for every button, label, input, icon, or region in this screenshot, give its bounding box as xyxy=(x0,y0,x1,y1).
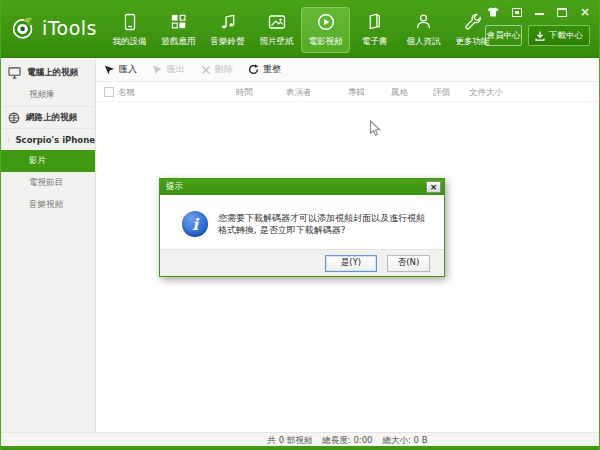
nav-game-apps[interactable]: 遊戲應用 xyxy=(154,7,203,53)
sidebar-item-label: 電視節目 xyxy=(29,177,63,189)
nav-personal-info[interactable]: 個人資訊 xyxy=(399,7,448,53)
nav-label: 個人資訊 xyxy=(407,36,441,48)
download-center-button[interactable]: 下載中心 xyxy=(528,25,590,46)
header-buttons: 會員中心 下載中心 xyxy=(485,25,590,46)
sidebar-item-video-library[interactable]: 視頻庫 xyxy=(1,84,95,106)
person-icon xyxy=(413,11,434,32)
itools-window: iTools 我的設備 遊戲應用 音樂鈴聲 xyxy=(0,0,600,450)
play-circle-icon xyxy=(315,11,336,32)
nav-photo-wallpaper[interactable]: 照片壁紙 xyxy=(252,7,301,53)
member-center-button[interactable]: 會員中心 xyxy=(485,25,522,46)
yes-button[interactable]: 是(Y) xyxy=(325,255,377,272)
download-center-label: 下載中心 xyxy=(549,30,583,42)
dialog-body: i 您需要下載解碼器才可以添加視頻封面以及進行視頻格式轉換, 是否立即下載解碼器… xyxy=(160,195,444,249)
minimize-icon[interactable] xyxy=(535,7,544,17)
delete-button[interactable]: 刪除 xyxy=(200,63,233,76)
sidebar-item-online-videos[interactable]: 網路上的視頻 xyxy=(1,106,95,128)
nav-movies-videos[interactable]: 電影視頻 xyxy=(301,7,350,53)
column-rating[interactable]: 評價 xyxy=(433,87,450,99)
app-header: iTools 我的設備 遊戲應用 音樂鈴聲 xyxy=(1,0,599,58)
wrench-icon xyxy=(462,11,483,32)
nav-label: 電影視頻 xyxy=(309,36,343,48)
select-all-checkbox[interactable] xyxy=(104,87,114,97)
window-controls: × xyxy=(487,6,590,18)
status-bar: 共 0 部視頻 總長度: 0:00 總大小: 0 B xyxy=(1,432,599,446)
nav-label: 電子書 xyxy=(362,36,388,48)
dialog-message: 您需要下載解碼器才可以添加視頻封面以及進行視頻格式轉換, 是否立即下載解碼器? xyxy=(218,211,430,237)
nav-music-ringtones[interactable]: 音樂鈴聲 xyxy=(203,7,252,53)
skin-icon[interactable] xyxy=(487,7,499,17)
dialog-close-icon[interactable]: × xyxy=(426,181,441,193)
nav-label: 遊戲應用 xyxy=(162,36,196,48)
video-toolbar: 匯入 匯出 刪除 重整 xyxy=(96,58,599,82)
sidebar-item-label: 影片 xyxy=(29,155,46,167)
refresh-button[interactable]: 重整 xyxy=(248,63,281,76)
itools-logo: iTools xyxy=(1,0,105,42)
column-performer[interactable]: 表演者 xyxy=(286,87,312,99)
music-note-icon xyxy=(217,11,238,32)
nav-my-devices[interactable]: 我的設備 xyxy=(105,7,154,53)
download-icon xyxy=(535,31,545,41)
monitor-icon xyxy=(8,67,21,79)
export-label: 匯出 xyxy=(167,63,185,76)
refresh-icon xyxy=(248,64,259,75)
no-button[interactable]: 否(N) xyxy=(387,255,430,272)
main-nav: 我的設備 遊戲應用 音樂鈴聲 照片壁紙 xyxy=(105,0,497,53)
dialog-footer: 是(Y) 否(N) xyxy=(160,249,444,276)
prompt-dialog: 提示 × i 您需要下載解碼器才可以添加視頻封面以及進行視頻格式轉換, 是否立即… xyxy=(159,178,445,277)
bottom-accent-strip xyxy=(1,446,599,450)
device-icon xyxy=(119,11,140,32)
sidebar-item-label: 視頻庫 xyxy=(29,89,55,101)
sidebar-item-device[interactable]: Scorpio's iPhone xyxy=(1,128,95,150)
dialog-title: 提示 xyxy=(166,181,183,193)
export-icon xyxy=(152,64,163,75)
sidebar-item-music-videos[interactable]: 音樂視頻 xyxy=(1,194,95,216)
import-button[interactable]: 匯入 xyxy=(104,63,137,76)
column-name[interactable]: 名稱 xyxy=(118,87,135,99)
logo-text: iTools xyxy=(42,17,97,39)
phone-icon xyxy=(8,133,9,146)
column-time[interactable]: 時間 xyxy=(236,87,253,99)
delete-label: 刪除 xyxy=(215,63,233,76)
sidebar-item-movies[interactable]: 影片 xyxy=(1,150,95,172)
delete-x-icon xyxy=(200,64,211,75)
sidebar-item-label: 音樂視頻 xyxy=(29,199,63,211)
import-icon xyxy=(104,64,115,75)
close-icon[interactable]: × xyxy=(580,7,590,17)
nav-ebooks[interactable]: 電子書 xyxy=(350,7,399,53)
info-icon: i xyxy=(182,211,208,237)
maximize-icon[interactable] xyxy=(557,8,567,17)
column-album[interactable]: 專輯 xyxy=(348,87,365,99)
nav-label: 音樂鈴聲 xyxy=(211,36,245,48)
globe-icon xyxy=(8,112,20,124)
apps-grid-icon xyxy=(168,11,189,32)
sidebar-item-label: 電腦上的視頻 xyxy=(27,67,78,79)
sidebar-item-pc-videos[interactable]: 電腦上的視頻 xyxy=(1,62,95,84)
nav-label: 照片壁紙 xyxy=(260,36,294,48)
sidebar-item-tv-shows[interactable]: 電視節目 xyxy=(1,172,95,194)
import-label: 匯入 xyxy=(119,63,137,76)
export-button[interactable]: 匯出 xyxy=(152,63,185,76)
sidebar-item-label: 網路上的視頻 xyxy=(26,112,77,124)
ebook-icon xyxy=(364,11,385,32)
column-genre[interactable]: 風格 xyxy=(391,87,408,99)
video-table-header: 名稱 時間 表演者 專輯 風格 評價 文件大小 xyxy=(96,82,599,102)
refresh-label: 重整 xyxy=(263,63,281,76)
photo-icon xyxy=(266,11,287,32)
sidebar-item-label: Scorpio's iPhone xyxy=(15,135,95,145)
tray-icon[interactable] xyxy=(512,8,522,17)
sidebar: 電腦上的視頻 視頻庫 網路上的視頻 Scorpio's iPhone 影片 電視… xyxy=(1,58,96,432)
dialog-titlebar[interactable]: 提示 × xyxy=(160,179,444,195)
itools-logo-icon xyxy=(11,14,36,42)
nav-label: 我的設備 xyxy=(113,36,147,48)
column-file-size[interactable]: 文件大小 xyxy=(469,87,503,99)
